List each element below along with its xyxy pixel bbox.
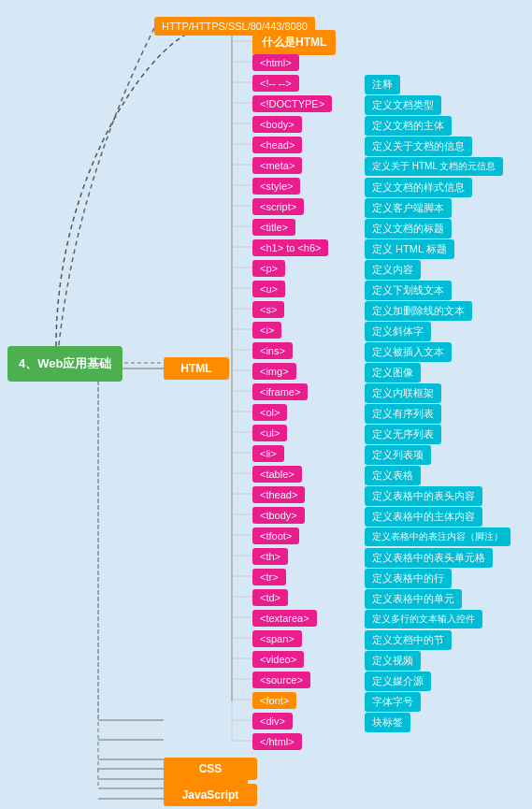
item-i-tag: <i> xyxy=(252,322,281,339)
item-thead-tag: <thead> xyxy=(252,486,305,503)
item-div-desc: 块标签 xyxy=(365,713,410,732)
item-video-desc: 定义视频 xyxy=(365,651,421,671)
item-s-tag: <s> xyxy=(252,301,284,318)
item-li-tag: <li> xyxy=(252,445,284,462)
item-td-desc: 定义表格中的单元 xyxy=(365,589,462,609)
item-meta-desc: 定义关于 HTML 文档的元信息 xyxy=(365,157,503,176)
item-p-tag: <p> xyxy=(252,260,285,277)
item-textarea-tag: <textarea> xyxy=(252,610,317,627)
item-style-desc: 定义文档的样式信息 xyxy=(365,178,472,197)
item-iframe-desc: 定义内联框架 xyxy=(365,383,441,403)
item-comment-desc: 注释 xyxy=(365,75,400,94)
item-iframe-tag: <iframe> xyxy=(252,383,308,400)
item-i-desc: 定义斜体字 xyxy=(365,322,431,341)
branch-js2: JavaScript xyxy=(164,784,257,806)
item-ul-tag: <ul> xyxy=(252,425,287,441)
branch-html: HTML xyxy=(164,357,229,380)
item-ul-desc: 定义无序列表 xyxy=(365,425,441,444)
item-style-tag: <style> xyxy=(252,178,300,195)
bottom-branches: CSS JavaScript JSON数据格式 PHP编程基础 MySQL或MS… xyxy=(164,758,257,809)
item-tfoot-tag: <tfoot> xyxy=(252,527,299,544)
item-tbody-desc: 定义表格中的主体内容 xyxy=(365,507,482,527)
item-meta-tag: <meta> xyxy=(252,157,302,174)
item-u-desc: 定义下划线文本 xyxy=(365,281,452,300)
item-script-tag: <script> xyxy=(252,198,304,215)
mind-map: 4、Web应用基础 HTTP/HTTPS/SSL/80/443/8080 HTM… xyxy=(0,0,532,809)
item-h1-desc: 定义 HTML 标题 xyxy=(365,239,454,259)
item-div-tag: <div> xyxy=(252,713,293,730)
item-body-tag: <body> xyxy=(252,116,302,133)
item-ins-tag: <ins> xyxy=(252,342,293,359)
item-ins-desc: 定义被插入文本 xyxy=(365,342,452,362)
item-tr-tag: <tr> xyxy=(252,569,286,585)
item-img-desc: 定义图像 xyxy=(365,363,421,383)
item-tfoot-desc: 定义表格中的表注内容（脚注） xyxy=(365,527,510,546)
item-img-tag: <img> xyxy=(252,363,296,380)
item-source-desc: 定义媒介源 xyxy=(365,672,431,691)
item-source-tag: <source> xyxy=(252,672,310,688)
root-node: 4、Web应用基础 xyxy=(7,346,122,382)
item-script-desc: 定义客户端脚本 xyxy=(365,198,452,218)
item-body-desc: 定义文档的主体 xyxy=(365,116,452,136)
item-doctype-tag: <!DOCTYPE> xyxy=(252,95,332,112)
item-ol-tag: <ol> xyxy=(252,404,287,421)
item-title-desc: 定义文档的标题 xyxy=(365,219,452,238)
item-h1-tag: <h1> to <h6> xyxy=(252,239,328,256)
branch-css2: CSS xyxy=(164,758,257,780)
item-tbody-tag: <tbody> xyxy=(252,507,305,524)
item-head-desc: 定义关于文档的信息 xyxy=(365,137,472,156)
item-u-tag: <u> xyxy=(252,281,285,297)
item-p-desc: 定义内容 xyxy=(365,260,421,280)
item-table-desc: 定义表格 xyxy=(365,466,421,485)
item-video-tag: <video> xyxy=(252,651,304,668)
item-font-tag: <font> xyxy=(252,692,296,709)
item-tr-desc: 定义表格中的行 xyxy=(365,569,452,588)
item-comment-tag: <!-- --> xyxy=(252,75,299,92)
item-th-desc: 定义表格中的表头单元格 xyxy=(365,548,493,568)
item-span-tag: <span> xyxy=(252,630,302,647)
item-td-tag: <td> xyxy=(252,589,288,606)
item-title-tag: <title> xyxy=(252,219,295,236)
item-table-tag: <table> xyxy=(252,466,302,483)
item-what-html: 什么是HTML xyxy=(252,30,336,55)
item-s-desc: 定义加删除线的文本 xyxy=(365,301,472,321)
item-textarea-desc: 定义多行的文本输入控件 xyxy=(365,610,482,628)
item-html-tag: <html> xyxy=(252,54,299,71)
item-font-desc: 字体字号 xyxy=(365,692,421,712)
item-span-desc: 定义文档中的节 xyxy=(365,630,452,650)
item-head-tag: <head> xyxy=(252,137,302,153)
item-th-tag: <th> xyxy=(252,548,288,565)
item-ol-desc: 定义有序列表 xyxy=(365,404,441,424)
item-endhtml-tag: </html> xyxy=(252,733,302,750)
item-thead-desc: 定义表格中的表头内容 xyxy=(365,486,482,506)
item-li-desc: 定义列表项 xyxy=(365,445,431,465)
item-doctype-desc: 定义文档类型 xyxy=(365,95,441,115)
